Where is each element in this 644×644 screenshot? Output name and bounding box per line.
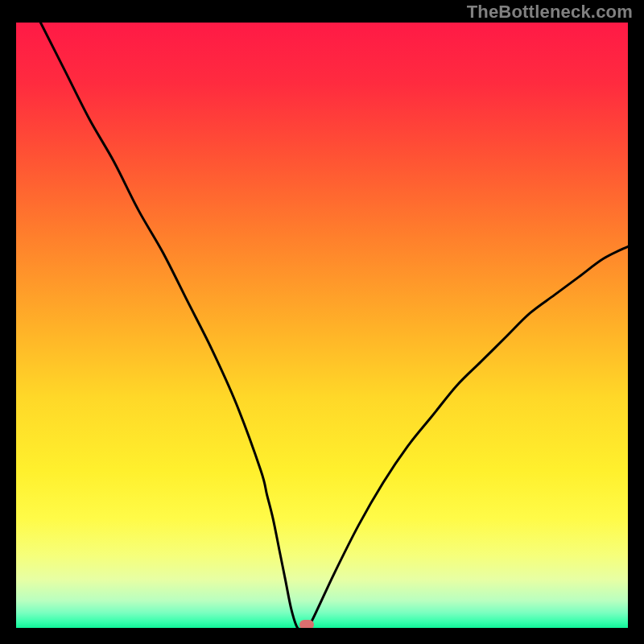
optimal-point-marker <box>299 620 314 628</box>
plot-area <box>16 23 628 628</box>
watermark-text: TheBottleneck.com <box>467 2 633 23</box>
bottleneck-curve <box>16 23 628 628</box>
chart-frame: TheBottleneck.com <box>0 0 644 644</box>
